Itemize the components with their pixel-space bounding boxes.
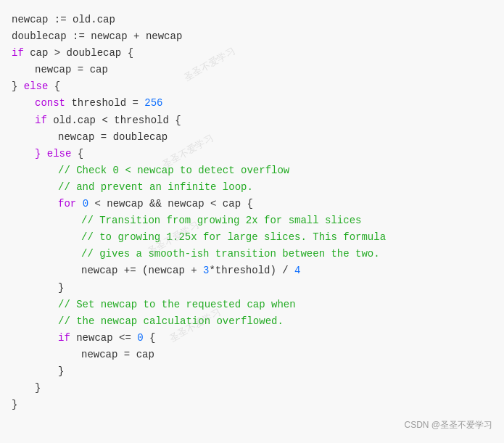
csdn-label: CSDN @圣圣不爱学习	[404, 419, 492, 431]
code-line: // Set newcap to the requested cap when	[12, 297, 492, 313]
code-token: {	[144, 330, 156, 347]
code-token: threshold =	[65, 95, 144, 112]
code-token: = doublecap	[94, 129, 168, 146]
code-token: 256	[144, 95, 162, 112]
code-line: for 0 < newcap && newcap < cap {	[12, 196, 492, 212]
code-token: // gives a smooth-ish transition between…	[81, 246, 380, 262]
code-line: const threshold = 256	[12, 95, 492, 112]
code-token: newcap	[12, 12, 48, 28]
code-token: // and prevent an infinite loop.	[58, 179, 253, 196]
code-line: } else {	[12, 146, 492, 162]
code-token: else	[24, 78, 49, 95]
code-line: if newcap <= 0 {	[12, 330, 492, 347]
code-token: for	[58, 196, 76, 212]
code-token: }	[35, 146, 47, 162]
code-line: }	[12, 380, 492, 397]
code-line: // to growing 1.25x for large slices. Th…	[12, 229, 492, 246]
code-token: 3	[203, 262, 209, 279]
code-line: // the newcap calculation overflowed.	[12, 313, 492, 330]
code-token: 0	[83, 196, 88, 212]
code-token: {	[71, 146, 83, 162]
code-token: =	[71, 62, 89, 78]
code-line: }	[12, 280, 492, 297]
code-token: < newcap && newcap < cap {	[88, 196, 253, 212]
code-line: newcap = doublecap	[12, 129, 492, 146]
code-token: // Check 0 < newcap to detect overflow	[58, 162, 289, 179]
code-token: newcap	[91, 28, 127, 45]
code-line: newcap = cap	[12, 62, 492, 78]
code-token: // Set newcap to the requested cap when	[58, 297, 296, 313]
code-token: :=	[67, 28, 91, 45]
code-token: if	[12, 45, 24, 62]
code-line: // gives a smooth-ish transition between…	[12, 246, 492, 262]
code-token	[76, 196, 82, 212]
code-line: // Transition from growing 2x for small …	[12, 212, 492, 229]
code-token: +	[128, 28, 146, 45]
code-token: else	[47, 146, 72, 162]
code-token: newcap += (newcap +	[81, 262, 203, 279]
code-token: cap	[90, 62, 108, 78]
code-token: newcap	[146, 28, 182, 45]
code-token: // Transition from growing 2x for small …	[81, 212, 361, 229]
code-line: // Check 0 < newcap to detect overflow	[12, 162, 492, 179]
code-line: doublecap := newcap + newcap	[12, 28, 492, 45]
code-token: if	[58, 330, 70, 347]
code-line: newcap = cap	[12, 347, 492, 363]
code-container: 圣圣不爱学习 圣圣不爱学习 圣圣不爱学习 圣圣不爱学习 newcap := ol…	[0, 0, 504, 443]
code-token: 4	[294, 262, 300, 279]
code-token: }	[12, 78, 24, 95]
code-token: newcap	[58, 129, 94, 146]
code-token: }	[58, 280, 64, 297]
code-token: }	[58, 363, 64, 380]
code-token: }	[12, 397, 17, 413]
code-token: newcap <=	[70, 330, 137, 347]
code-token: *threshold) /	[209, 262, 294, 279]
code-token: {	[48, 78, 60, 95]
code-token: :=	[48, 12, 73, 28]
code-line: // and prevent an infinite loop.	[12, 179, 492, 196]
code-line: newcap := old.cap	[12, 12, 492, 28]
code-token: }	[35, 380, 41, 397]
code-token: // the newcap calculation overflowed.	[58, 313, 284, 330]
code-token: newcap	[81, 347, 117, 363]
code-token: const	[35, 95, 65, 112]
code-line: }	[12, 363, 492, 380]
code-block: newcap := old.capdoublecap := newcap + n…	[12, 12, 492, 413]
code-line: }	[12, 397, 492, 413]
code-token: cap > doublecap {	[24, 45, 133, 62]
code-token: // to growing 1.25x for large slices. Th…	[81, 229, 386, 246]
code-line: if cap > doublecap {	[12, 45, 492, 62]
code-line: if old.cap < threshold {	[12, 112, 492, 129]
code-token: = cap	[117, 347, 154, 363]
code-token: 0	[137, 330, 143, 347]
code-token: old.cap < threshold {	[47, 112, 181, 129]
code-token: old.cap	[73, 12, 115, 28]
code-line: } else {	[12, 78, 492, 95]
code-line: newcap += (newcap + 3*threshold) / 4	[12, 262, 492, 279]
code-token: if	[35, 112, 47, 129]
code-token: newcap	[35, 62, 71, 78]
code-token: doublecap	[12, 28, 67, 45]
